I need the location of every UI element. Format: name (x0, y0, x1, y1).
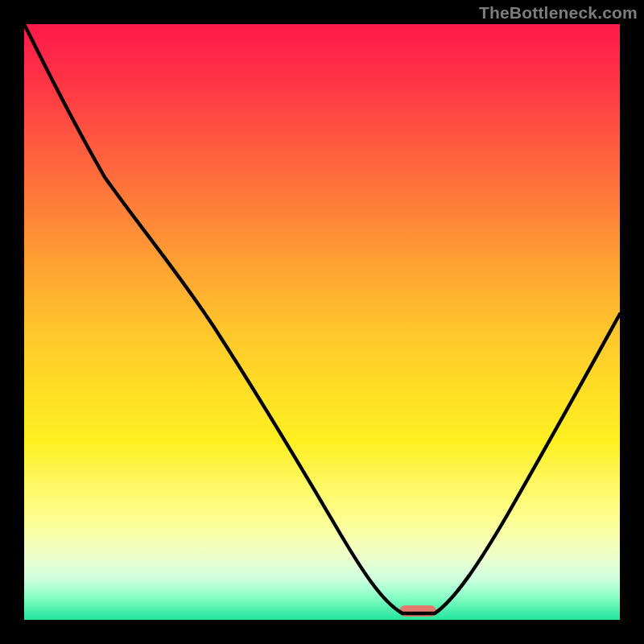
watermark-text: TheBottleneck.com (479, 3, 638, 23)
bottleneck-curve (24, 24, 620, 620)
chart-stage: TheBottleneck.com (0, 0, 644, 644)
curve-path (24, 24, 620, 613)
plot-area (24, 24, 620, 620)
